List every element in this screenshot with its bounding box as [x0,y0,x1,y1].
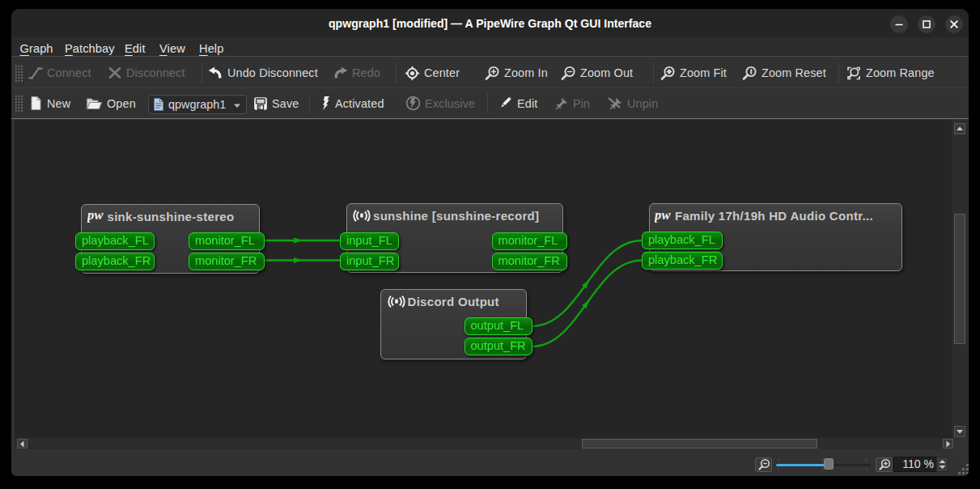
svg-text:pw: pw [655,210,672,223]
svg-text:pw: pw [87,210,104,223]
